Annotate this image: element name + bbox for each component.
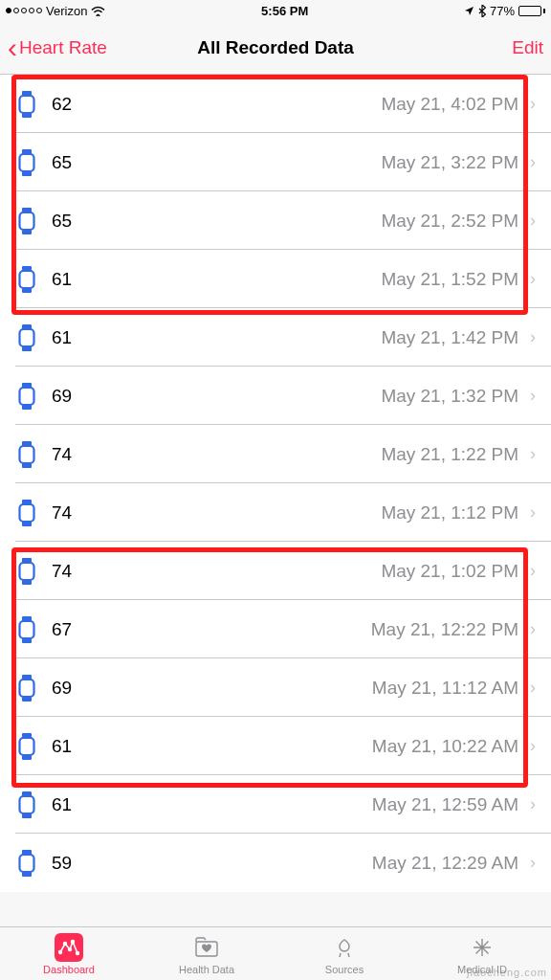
svg-rect-20 [20,446,34,463]
tab-label: Sources [325,964,364,975]
folder-heart-icon [192,933,221,962]
carrier-label: Verizon [46,4,87,18]
table-row[interactable]: 69May 21, 11:12 AM› [0,658,551,717]
chevron-right-icon: › [530,561,536,581]
heart-rate-value: 65 [52,211,72,232]
back-button[interactable]: ‹ Heart Rate [8,33,107,62]
chevron-right-icon: › [530,386,536,406]
heart-rate-value: 61 [52,736,72,757]
timestamp: May 21, 1:02 PM [381,561,518,582]
tab-health-data[interactable]: Health Data [138,927,276,980]
heart-rate-value: 61 [52,327,72,348]
chevron-right-icon: › [530,211,536,231]
svg-rect-17 [20,388,34,405]
svg-rect-35 [20,738,34,755]
medical-id-icon [468,933,496,962]
heart-rate-value: 61 [52,794,72,815]
status-time: 5:56 PM [261,4,308,18]
svg-rect-5 [20,154,34,171]
chevron-right-icon: › [530,736,536,756]
heart-rate-value: 74 [52,444,72,465]
tab-label: Medical ID [457,964,507,975]
edit-button[interactable]: Edit [512,37,543,58]
heart-rate-value: 74 [52,561,72,582]
table-row[interactable]: 61May 21, 1:42 PM› [0,308,551,367]
watch-icon [15,383,38,410]
timestamp: May 21, 1:52 PM [381,269,518,290]
timestamp: May 21, 11:12 AM [372,678,518,699]
svg-rect-2 [20,96,34,113]
chevron-right-icon: › [530,269,536,289]
svg-rect-23 [20,504,34,522]
heart-rate-value: 59 [52,853,72,874]
chevron-left-icon: ‹ [8,33,17,62]
chevron-right-icon: › [530,678,536,698]
watch-icon [15,791,38,818]
content-area: 62May 21, 4:02 PM›65May 21, 3:22 PM›65Ma… [0,75,551,926]
watch-icon [15,500,38,526]
heart-rate-value: 61 [52,269,72,290]
battery-icon [518,6,545,16]
timestamp: May 21, 1:32 PM [381,386,518,407]
chevron-right-icon: › [530,502,536,523]
chevron-right-icon: › [530,853,536,873]
tab-label: Dashboard [43,964,95,975]
dashboard-icon [55,933,83,962]
table-row[interactable]: 61May 21, 1:52 PM› [0,250,551,308]
table-row[interactable]: 74May 21, 1:12 PM› [0,483,551,542]
tab-label: Health Data [179,964,234,975]
table-row[interactable]: 59May 21, 12:29 AM› [0,834,551,892]
svg-rect-8 [20,212,34,230]
heart-rate-value: 62 [52,94,72,115]
svg-rect-38 [20,796,34,813]
table-row[interactable]: 65May 21, 3:22 PM› [0,133,551,191]
svg-point-45 [72,940,75,943]
watch-icon [15,441,38,468]
sources-icon [330,933,359,962]
timestamp: May 21, 10:22 AM [372,736,518,757]
watch-icon [15,616,38,643]
timestamp: May 21, 1:42 PM [381,327,518,348]
tab-bar: Dashboard Health Data Sources Medical ID… [0,926,551,980]
table-row[interactable]: 67May 21, 12:22 PM› [0,600,551,658]
timestamp: May 21, 2:52 PM [381,211,518,232]
battery-pct: 77% [490,4,515,18]
watch-icon [15,675,38,702]
status-bar: Verizon 5:56 PM 77% [0,0,551,21]
heart-rate-value: 69 [52,386,72,407]
table-row[interactable]: 74May 21, 1:22 PM› [0,425,551,483]
table-row[interactable]: 62May 21, 4:02 PM› [0,75,551,133]
chevron-right-icon: › [530,619,536,639]
nav-bar: ‹ Heart Rate All Recorded Data Edit [0,21,551,75]
table-row[interactable]: 74May 21, 1:02 PM› [0,542,551,600]
data-list: 62May 21, 4:02 PM›65May 21, 3:22 PM›65Ma… [0,75,551,892]
watch-icon [15,850,38,877]
watch-icon [15,324,38,351]
svg-point-44 [69,947,72,950]
svg-point-42 [59,950,62,953]
svg-rect-26 [20,563,34,580]
table-row[interactable]: 61May 21, 10:22 AM› [0,717,551,775]
watch-icon [15,558,38,585]
table-row[interactable]: 69May 21, 1:32 PM› [0,367,551,425]
svg-rect-41 [20,855,34,872]
svg-rect-14 [20,329,34,346]
timestamp: May 21, 1:22 PM [381,444,518,465]
watch-icon [15,208,38,234]
tab-dashboard[interactable]: Dashboard [0,927,138,980]
tab-sources[interactable]: Sources [276,927,413,980]
tab-medical-id[interactable]: Medical ID [413,927,551,980]
watch-icon [15,149,38,176]
status-left: Verizon [6,4,105,18]
table-row[interactable]: 65May 21, 2:52 PM› [0,191,551,250]
watch-icon [15,733,38,760]
heart-rate-value: 67 [52,619,72,640]
timestamp: May 21, 3:22 PM [381,152,518,173]
svg-point-43 [64,942,67,945]
chevron-right-icon: › [530,444,536,464]
wifi-icon [91,5,105,16]
watch-icon [15,266,38,293]
signal-dots [6,8,42,13]
table-row[interactable]: 61May 21, 12:59 AM› [0,775,551,834]
chevron-right-icon: › [530,152,536,172]
